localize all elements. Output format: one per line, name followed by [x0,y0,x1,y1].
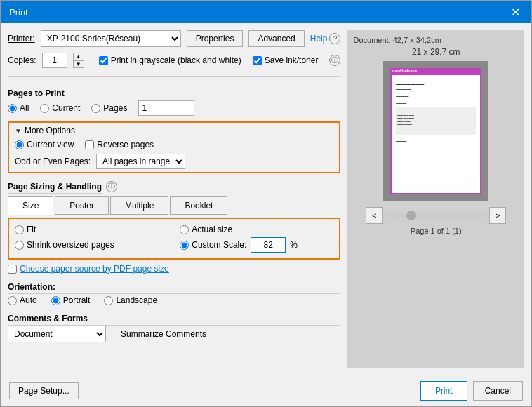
expand-icon: ▼ [15,127,22,135]
pages-label[interactable]: Pages [91,103,127,113]
paper-source-label[interactable]: Choose paper source by PDF page size [8,264,169,274]
orientation-row: Auto Portrait Landscape [8,295,340,305]
sizing-header: Page Sizing & Handling [8,182,102,194]
summarize-button[interactable]: Summarize Comments [112,326,215,342]
tab-size[interactable]: Size [8,196,53,215]
preview-wrapper: AcrobatReader.com ▬▬▬▬▬▬▬▬▬▬ ▬▬▬▬▬▬▬ ▬▬▬… [383,61,488,201]
comments-forms-section: Comments & Forms Document Document and M… [8,311,340,342]
fit-radio[interactable] [15,225,24,234]
help-link[interactable]: Help ? [310,33,341,44]
sizing-options-box: Fit Actual size Shrink oversized pages [8,218,340,260]
tab-poster[interactable]: Poster [55,196,109,215]
copies-row: Copies: ▲ ▼ Print in grayscale (black an… [8,53,340,68]
preview-page: AcrobatReader.com ▬▬▬▬▬▬▬▬▬▬ ▬▬▬▬▬▬▬ ▬▬▬… [390,68,481,194]
copies-label: Copies: [8,55,36,65]
paper-source-row: Choose paper source by PDF page size [8,264,340,274]
current-view-radio[interactable] [15,140,24,149]
more-options-box: ▼ More Options Current view Reverse page… [8,121,340,173]
pages-input[interactable] [138,100,194,116]
reverse-pages-checkbox[interactable] [85,140,94,149]
pages-header: Pages to Print [8,88,340,100]
slider-thumb [406,211,416,220]
next-page-button[interactable]: > [489,207,506,224]
percent-label: % [290,240,298,250]
save-ink-label[interactable]: Save ink/toner [253,55,319,65]
landscape-radio[interactable] [104,296,113,305]
page-setup-button[interactable]: Page Setup... [9,382,79,399]
odd-even-label: Odd or Even Pages: [15,156,91,166]
close-button[interactable]: ✕ [508,6,523,19]
footer-right: Print Cancel [420,381,523,401]
forms-row: Document Document and Markups Document a… [8,326,340,342]
preview-header: AcrobatReader.com [390,68,481,75]
tab-multiple[interactable]: Multiple [110,196,168,215]
sizing-tabs: Size Poster Multiple Booklet [8,196,340,215]
more-options-header[interactable]: ▼ More Options [15,126,333,135]
grayscale-label[interactable]: Print in grayscale (black and white) [99,55,241,65]
paper-source-text: Choose paper source by PDF page size [20,264,169,274]
page-size: 21 x 29,7 cm [412,47,460,57]
all-radio[interactable] [8,104,17,113]
print-dialog: Print ✕ Printer: XP-2100 Series(Réseau) … [0,0,532,407]
save-ink-checkbox[interactable] [253,56,262,65]
copies-spinner: ▲ ▼ [73,53,84,68]
right-panel: Document: 42,7 x 34,2cm 21 x 29,7 cm Acr… [347,30,524,368]
custom-scale-radio[interactable] [180,241,189,250]
dialog-footer: Page Setup... Print Cancel [1,375,531,406]
copies-input[interactable] [42,53,67,68]
help-icon: ? [329,33,340,44]
page-indicator: Page 1 of 1 (1) [411,227,462,235]
page-slider[interactable] [387,213,485,218]
title-bar: Print ✕ [1,1,531,23]
printer-select[interactable]: XP-2100 Series(Réseau) [41,30,181,47]
left-panel: Printer: XP-2100 Series(Réseau) Properti… [8,30,340,368]
cancel-button[interactable]: Cancel [473,381,523,401]
actual-size-label[interactable]: Actual size [180,225,333,234]
dialog-body: Printer: XP-2100 Series(Réseau) Properti… [1,23,531,375]
forms-select[interactable]: Document Document and Markups Document a… [8,326,106,342]
odd-even-select[interactable]: All pages in range Odd pages only Even p… [96,154,185,169]
portrait-label[interactable]: Portrait [51,295,91,305]
odd-even-row: Odd or Even Pages: All pages in range Od… [15,154,333,169]
fit-label[interactable]: Fit [15,225,168,234]
shrink-radio[interactable] [15,241,24,250]
current-page-label[interactable]: Current [40,103,80,113]
landscape-label[interactable]: Landscape [104,295,157,305]
tab-booklet[interactable]: Booklet [170,196,227,215]
preview-content: ▬▬▬▬▬▬▬▬▬▬ ▬▬▬▬▬▬▬ ▬▬▬▬▬▬▬▬▬ ▬▬▬▬▬▬ ▬▬▬▬… [392,78,480,147]
scale-input[interactable] [251,237,286,253]
auto-orientation-label[interactable]: Auto [8,295,37,305]
page-sizing-section: Page Sizing & Handling ⓘ Size Poster Mul… [8,179,340,274]
prev-page-button[interactable]: < [366,207,383,224]
print-button[interactable]: Print [420,381,467,401]
sizing-info-icon[interactable]: ⓘ [106,181,117,192]
copies-down-button[interactable]: ▼ [73,60,84,68]
current-view-label[interactable]: Current view [15,140,74,149]
actual-size-radio[interactable] [180,225,189,234]
orientation-section: Orientation: Auto Portrait Landscape [8,279,340,305]
pages-row: All Current Pages [8,100,340,116]
paper-source-checkbox[interactable] [8,265,17,274]
all-pages-label[interactable]: All [8,103,29,113]
grayscale-checkbox[interactable] [99,56,108,65]
print-options: Print in grayscale (black and white) Sav… [99,55,341,66]
advanced-button[interactable]: Advanced [248,30,304,47]
reverse-pages-label[interactable]: Reverse pages [85,140,154,149]
copies-up-button[interactable]: ▲ [73,53,84,60]
orientation-header: Orientation: [8,282,340,294]
custom-scale-row: Custom Scale: % [180,237,333,253]
pages-to-print-section: Pages to Print All Current Pages [8,86,340,116]
custom-scale-radio-label[interactable]: Custom Scale: [180,240,246,250]
doc-info: Document: 42,7 x 34,2cm [353,36,441,44]
auto-orientation-radio[interactable] [8,296,17,305]
pages-radio[interactable] [91,104,100,113]
properties-button[interactable]: Properties [187,30,244,47]
printer-row: Printer: XP-2100 Series(Réseau) Properti… [8,30,340,47]
separator-1 [8,76,340,77]
portrait-radio[interactable] [51,296,60,305]
help-label: Help [310,34,328,44]
options-info-icon[interactable]: ⓘ [329,55,340,66]
more-options-content: Current view Reverse pages [15,138,333,151]
shrink-label[interactable]: Shrink oversized pages [15,237,168,253]
current-radio[interactable] [40,104,49,113]
